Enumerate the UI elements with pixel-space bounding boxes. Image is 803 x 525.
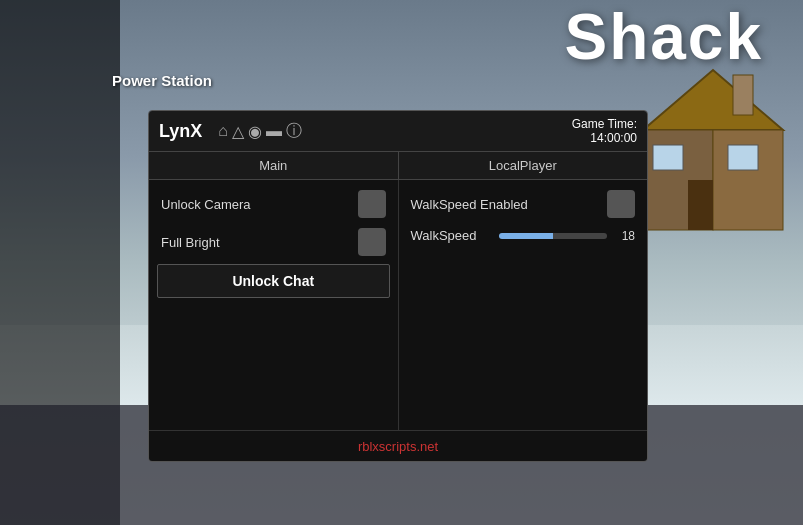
unlock-camera-row: Unlock Camera [157, 188, 390, 220]
game-time-label: Game Time: [572, 117, 637, 131]
title-bar: LynX ⌂ △ ◉ ▬ ⓘ Game Time: 14:00:00 [149, 111, 647, 152]
footer-text: rblxscripts.net [358, 439, 438, 454]
walkspeed-slider[interactable] [499, 233, 608, 239]
title-bar-left: LynX ⌂ △ ◉ ▬ ⓘ [159, 121, 302, 142]
svg-rect-5 [728, 145, 758, 170]
info-icon[interactable]: ⓘ [286, 121, 302, 142]
walkspeed-row: WalkSpeed 18 [407, 226, 640, 245]
bars-icon[interactable]: ▬ [266, 122, 282, 140]
main-panel: Unlock Camera Full Bright Unlock Chat [149, 180, 399, 430]
warning-icon[interactable]: △ [232, 122, 244, 141]
walkspeed-enabled-label: WalkSpeed Enabled [411, 197, 528, 212]
panel-title: LynX [159, 121, 202, 142]
footer: rblxscripts.net [149, 430, 647, 461]
full-bright-toggle[interactable] [358, 228, 386, 256]
localplayer-panel: WalkSpeed Enabled WalkSpeed 18 [399, 180, 648, 430]
walkspeed-label: WalkSpeed [411, 228, 491, 243]
svg-rect-4 [653, 145, 683, 170]
svg-rect-6 [733, 75, 753, 115]
tab-bar: Main LocalPlayer [149, 152, 647, 180]
eye-icon[interactable]: ◉ [248, 122, 262, 141]
game-time: Game Time: 14:00:00 [572, 117, 637, 145]
full-bright-row: Full Bright [157, 226, 390, 258]
tab-localplayer[interactable]: LocalPlayer [399, 152, 648, 179]
walkspeed-enabled-toggle[interactable] [607, 190, 635, 218]
unlock-camera-label: Unlock Camera [161, 197, 251, 212]
home-icon[interactable]: ⌂ [218, 122, 228, 140]
svg-rect-3 [688, 180, 713, 230]
walkspeed-value: 18 [615, 229, 635, 243]
shack [633, 60, 793, 244]
svg-marker-0 [643, 70, 783, 130]
content-area: Unlock Camera Full Bright Unlock Chat Wa… [149, 180, 647, 430]
full-bright-label: Full Bright [161, 235, 220, 250]
game-time-value: 14:00:00 [572, 131, 637, 145]
ui-panel: LynX ⌂ △ ◉ ▬ ⓘ Game Time: 14:00:00 Main … [148, 110, 648, 462]
unlock-chat-button[interactable]: Unlock Chat [157, 264, 390, 298]
tab-main[interactable]: Main [149, 152, 399, 179]
unlock-camera-toggle[interactable] [358, 190, 386, 218]
power-station-label: Power Station [112, 72, 212, 89]
walkspeed-enabled-row: WalkSpeed Enabled [407, 188, 640, 220]
